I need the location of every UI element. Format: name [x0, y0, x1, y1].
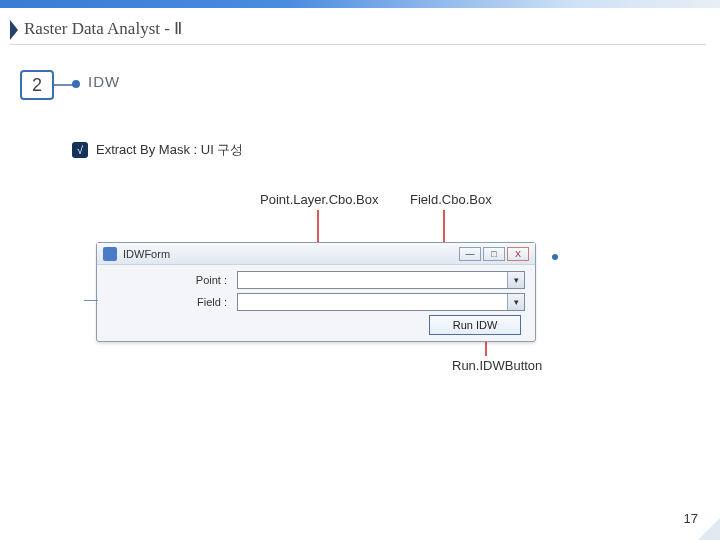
accent-tick-icon: [84, 292, 98, 308]
annotation-field: Field.Cbo.Box: [410, 192, 492, 207]
idw-form-title: IDWForm: [123, 248, 170, 260]
title-chevron-icon: [10, 20, 18, 40]
idw-form-titlebar[interactable]: IDWForm — □ X: [97, 243, 535, 265]
section-connector-dot-icon: [72, 80, 80, 88]
section-label: IDW: [88, 73, 120, 90]
page-title: Raster Data Analyst - Ⅱ: [24, 18, 182, 39]
corner-fold-icon: [698, 518, 720, 540]
window-maximize-button[interactable]: □: [483, 247, 505, 261]
section-connector-line: [54, 84, 74, 86]
accent-dot-icon: [552, 254, 558, 260]
field-combobox[interactable]: [237, 293, 525, 311]
point-label: Point :: [107, 274, 237, 286]
window-close-button[interactable]: X: [507, 247, 529, 261]
page-number: 17: [684, 511, 698, 526]
annotation-run-button: Run.IDWButton: [452, 358, 542, 373]
top-gradient-bar: [0, 0, 720, 8]
point-layer-combobox[interactable]: [237, 271, 525, 289]
title-underline: [10, 44, 706, 45]
idw-form-window: IDWForm — □ X Point : Field : Run IDW: [96, 242, 536, 342]
run-idw-button[interactable]: Run IDW: [429, 315, 521, 335]
window-minimize-button[interactable]: —: [459, 247, 481, 261]
sub-bullet-text: Extract By Mask : UI 구성: [96, 141, 243, 159]
field-label: Field :: [107, 296, 237, 308]
idw-form-app-icon: [103, 247, 117, 261]
section-number-box: 2: [20, 70, 54, 100]
annotation-point-layer: Point.Layer.Cbo.Box: [260, 192, 379, 207]
checkmark-badge-icon: √: [72, 142, 88, 158]
